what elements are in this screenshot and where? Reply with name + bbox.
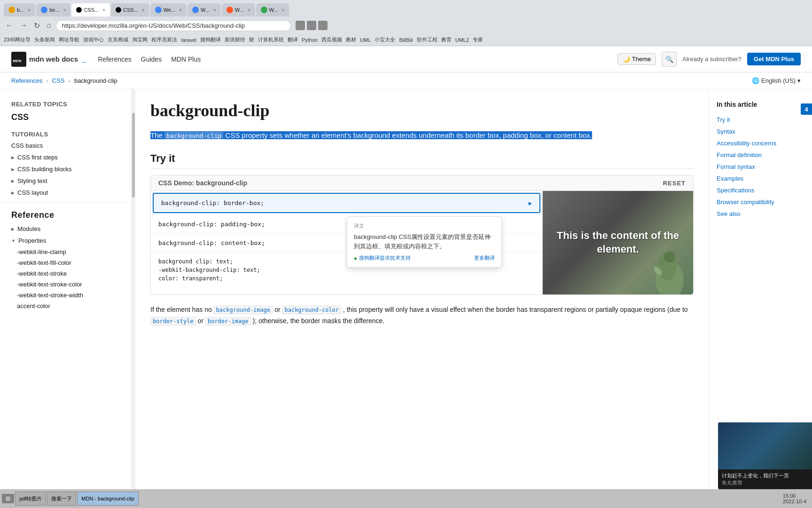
video-thumbnail[interactable] bbox=[718, 422, 812, 469]
bookmark-item[interactable]: Python bbox=[302, 37, 318, 43]
tab-close-icon[interactable]: × bbox=[102, 8, 105, 13]
taskbar-pdf-button[interactable]: pdf转图片 bbox=[15, 492, 46, 506]
sidebar-item-properties[interactable]: Properties bbox=[0, 235, 131, 246]
toc-accessibility[interactable]: Accessibility concerns bbox=[709, 137, 812, 149]
sidebar-item-styling-text[interactable]: Styling text bbox=[0, 175, 131, 187]
background-color-link[interactable]: background-color bbox=[282, 306, 341, 314]
reset-button[interactable]: RESET bbox=[663, 180, 686, 187]
bookmark-item[interactable]: UML bbox=[360, 37, 371, 43]
browser-tab-active[interactable]: CSS... × bbox=[71, 3, 110, 16]
bookmark-item[interactable]: UML2 bbox=[455, 37, 469, 43]
background-image-link[interactable]: background-image bbox=[214, 306, 273, 314]
bookmark-item[interactable]: 软件工程 bbox=[417, 36, 437, 43]
sidebar-item-css-basics[interactable]: CSS basics bbox=[0, 140, 131, 151]
bookmark-item[interactable]: 计算机系统 bbox=[258, 36, 284, 43]
sidebar-subitem-webkit-text-stroke-color[interactable]: -webkit-text-stroke-color bbox=[0, 279, 131, 290]
browser-tab[interactable]: be... × bbox=[36, 3, 70, 16]
bookmark-item[interactable]: 教材 bbox=[346, 36, 356, 43]
nav-guides[interactable]: Guides bbox=[141, 56, 162, 63]
bookmark-item[interactable]: 程序员算法 bbox=[151, 36, 177, 43]
bookmark-item[interactable]: 翻译 bbox=[288, 36, 298, 43]
bookmark-item[interactable]: 专家 bbox=[473, 36, 483, 43]
bookmark-item[interactable]: 教育 bbox=[441, 36, 452, 43]
tab-close-icon[interactable]: × bbox=[28, 8, 31, 13]
tab-close-icon[interactable]: × bbox=[63, 8, 66, 13]
chevron-down-icon: ▾ bbox=[797, 77, 801, 84]
sidebar-scrollbar[interactable] bbox=[132, 89, 135, 508]
theme-button[interactable]: 🌙 Theme bbox=[617, 53, 656, 65]
sidebar-subitem-webkit-text-stroke[interactable]: -webkit-text-stroke bbox=[0, 268, 131, 279]
taskbar-browser-button[interactable]: MDN - background-clip bbox=[77, 492, 138, 506]
tab-close-icon[interactable]: × bbox=[179, 8, 182, 13]
toc-formal-definition[interactable]: Formal definition bbox=[709, 149, 812, 161]
sidebar-item-modules[interactable]: Modules bbox=[0, 223, 131, 235]
home-button[interactable]: ⌂ bbox=[45, 20, 53, 31]
border-style-link[interactable]: border-style bbox=[150, 317, 196, 325]
bookmark-item[interactable]: 网址导航 bbox=[59, 36, 79, 43]
address-input[interactable] bbox=[56, 20, 291, 31]
forward-button[interactable]: → bbox=[18, 20, 29, 31]
browser-tab[interactable]: W... × bbox=[256, 3, 289, 16]
tab-close-icon[interactable]: × bbox=[282, 8, 285, 13]
browser-tab[interactable]: We... × bbox=[150, 3, 187, 16]
tab-close-icon[interactable]: × bbox=[248, 8, 250, 13]
refresh-button[interactable]: ↻ bbox=[32, 20, 42, 31]
search-icon: 🔍 bbox=[665, 56, 673, 63]
bookmark-item[interactable]: BiliBili bbox=[399, 37, 413, 43]
toc-see-also[interactable]: See also bbox=[709, 208, 812, 220]
browser-tab[interactable]: b... × bbox=[4, 3, 35, 16]
translation-popup: 译文 background-clip CSS属性设置元素的背景是否延伸到其边框、… bbox=[347, 216, 502, 268]
sidebar-subitem-webkit-text-stroke-width[interactable]: -webkit-text-stroke-width bbox=[0, 290, 131, 301]
border-image-link[interactable]: border-image bbox=[205, 317, 251, 325]
sidebar-subitem-webkit-text-fill-color[interactable]: -webkit-text-fill-color bbox=[0, 257, 131, 268]
sidebar-subitem-webkit-line-clamp[interactable]: -webkit-line-clamp bbox=[0, 246, 131, 257]
globe-icon: 🌐 bbox=[752, 77, 759, 84]
back-button[interactable]: ← bbox=[4, 20, 15, 31]
taskbar-search-button[interactable]: 搜索一下 bbox=[47, 492, 76, 506]
bookmark-item[interactable]: 游戏中心 bbox=[83, 36, 104, 43]
bookmark-item[interactable]: 小宝大全 bbox=[375, 36, 395, 43]
browser-tab[interactable]: CSS... × bbox=[111, 3, 149, 16]
extension-icon[interactable] bbox=[318, 21, 328, 30]
main-layout: Related Topics CSS Tutorials CSS basics … bbox=[0, 89, 812, 508]
bookmark-item[interactable]: 淘宝网 bbox=[132, 36, 148, 43]
sidebar-item-first-steps[interactable]: CSS first steps bbox=[0, 151, 131, 163]
bookmark-item[interactable]: 西瓜视频 bbox=[321, 36, 342, 43]
breadcrumb-css[interactable]: CSS bbox=[52, 77, 65, 84]
breadcrumb-references[interactable]: References bbox=[11, 77, 42, 84]
tab-close-icon[interactable]: × bbox=[213, 8, 216, 13]
bookmark-item[interactable]: 2345网址导 bbox=[4, 36, 31, 43]
toc-try-it[interactable]: Try it bbox=[709, 114, 812, 126]
extension-icon[interactable] bbox=[307, 21, 316, 30]
sidebar-item-building-blocks[interactable]: CSS building blocks bbox=[0, 163, 131, 175]
bookmark-item[interactable]: laravel bbox=[181, 37, 196, 43]
bookmark-item[interactable]: 搜狗翻译 bbox=[200, 36, 221, 43]
breadcrumb-separator: › bbox=[46, 77, 48, 84]
mdn-logo[interactable]: MDN mdn web docs _ bbox=[11, 52, 86, 67]
nav-references[interactable]: References bbox=[98, 56, 132, 63]
search-button[interactable]: 🔍 bbox=[662, 52, 677, 67]
nav-mdn-plus[interactable]: MDN Plus bbox=[171, 56, 201, 63]
toc-browser-compat[interactable]: Browser compatibility bbox=[709, 196, 812, 208]
extension-icon[interactable] bbox=[296, 21, 305, 30]
mdn-header-right: 🌙 Theme 🔍 Already a subscriber? Get MDN … bbox=[617, 52, 801, 67]
toc-examples[interactable]: Examples bbox=[709, 173, 812, 184]
sidebar-subitem-accent-color[interactable]: accent-color bbox=[0, 301, 131, 311]
bookmark-item[interactable]: 头条新闻 bbox=[34, 36, 55, 43]
code-option-border-box[interactable]: background-clip: border-box; ▶ bbox=[153, 193, 540, 213]
popup-more-link[interactable]: 更多翻译 bbox=[474, 254, 495, 262]
mdn-logo-text: mdn web docs bbox=[29, 55, 78, 63]
bookmark-item[interactable]: 新浪财经 bbox=[225, 36, 245, 43]
tab-close-icon[interactable]: × bbox=[142, 8, 145, 13]
taskbar-start-button[interactable]: ⊞ bbox=[2, 494, 14, 503]
toc-specifications[interactable]: Specifications bbox=[709, 184, 812, 196]
browser-tab[interactable]: W... × bbox=[222, 3, 255, 16]
browser-tab[interactable]: W... × bbox=[187, 3, 221, 16]
get-plus-button[interactable]: Get MDN Plus bbox=[747, 53, 801, 65]
sidebar-item-css-layout[interactable]: CSS layout bbox=[0, 187, 131, 198]
toc-formal-syntax[interactable]: Formal syntax bbox=[709, 161, 812, 173]
bookmark-item[interactable]: 京东商城 bbox=[108, 36, 128, 43]
language-selector[interactable]: 🌐 English (US) ▾ bbox=[752, 77, 801, 84]
toc-syntax[interactable]: Syntax bbox=[709, 126, 812, 137]
bookmark-item[interactable]: 财 bbox=[249, 36, 254, 43]
